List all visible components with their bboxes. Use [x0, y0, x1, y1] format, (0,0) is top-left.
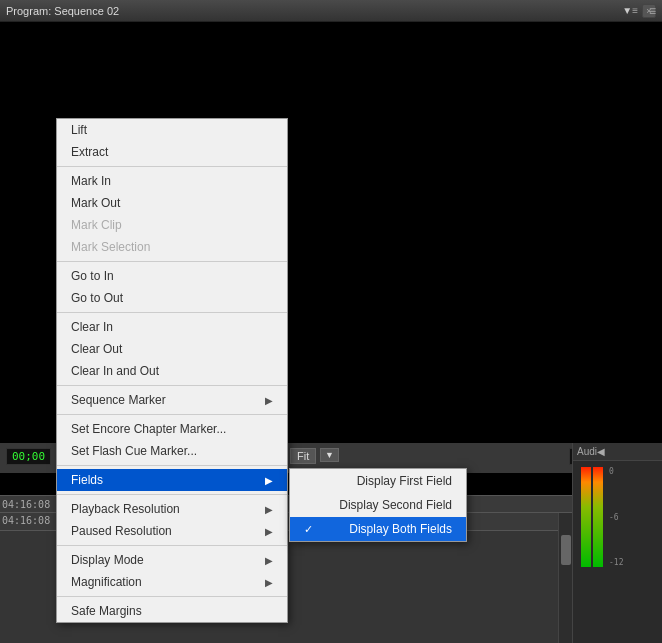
db-labels: 0 -6 -12 — [609, 467, 623, 567]
scrollbar-thumb[interactable] — [561, 535, 571, 565]
menu-item-lift[interactable]: Lift — [57, 119, 287, 141]
submenu-item-first-field[interactable]: ✓ Display First Field — [290, 469, 466, 493]
audio-meter-container: 0 -6 -12 — [573, 461, 662, 573]
arrow-icon-paused-res: ▶ — [265, 526, 273, 537]
menu-item-mark-in[interactable]: Mark In — [57, 170, 287, 192]
audio-meter-bar-2 — [593, 467, 603, 567]
submenu-item-second-field[interactable]: ✓ Display Second Field — [290, 493, 466, 517]
arrow-icon-display-mode: ▶ — [265, 555, 273, 566]
separator-2 — [57, 261, 287, 262]
menu-item-clear-in-and-out[interactable]: Clear In and Out — [57, 360, 287, 382]
menu-item-goto-out[interactable]: Go to Out — [57, 287, 287, 309]
separator-6 — [57, 465, 287, 466]
separator-8 — [57, 545, 287, 546]
separator-3 — [57, 312, 287, 313]
fields-submenu: ✓ Display First Field ✓ Display Second F… — [289, 468, 467, 542]
menu-item-clear-out[interactable]: Clear Out — [57, 338, 287, 360]
ruler-mark-1: 04:16:08 — [2, 499, 50, 510]
menu-item-mark-out[interactable]: Mark Out — [57, 192, 287, 214]
checkmark-both-fields: ✓ — [304, 523, 313, 536]
menu-item-goto-in[interactable]: Go to In — [57, 265, 287, 287]
menu-item-sequence-marker[interactable]: Sequence Marker ▶ — [57, 389, 287, 411]
audio-label: Audi◀ — [573, 443, 662, 461]
time-display-left: 00;00 — [6, 448, 51, 465]
separator-7 — [57, 494, 287, 495]
audio-panel: Audi◀ 0 -6 -12 — [572, 443, 662, 643]
menu-item-clear-in[interactable]: Clear In — [57, 316, 287, 338]
separator-5 — [57, 414, 287, 415]
arrow-icon-sequence-marker: ▶ — [265, 395, 273, 406]
menu-item-set-flash[interactable]: Set Flash Cue Marker... — [57, 440, 287, 462]
panel-menu-icon[interactable]: ≡ — [649, 4, 656, 18]
menu-item-magnification[interactable]: Magnification ▶ — [57, 571, 287, 593]
arrow-icon-fields: ▶ — [265, 475, 273, 486]
menu-item-set-encore[interactable]: Set Encore Chapter Marker... — [57, 418, 287, 440]
title-bar-menu-icon[interactable]: ≡ — [632, 5, 638, 16]
ruler2-mark-1: 04:16:08 — [2, 515, 50, 526]
separator-4 — [57, 385, 287, 386]
arrow-icon-playback-res: ▶ — [265, 504, 273, 515]
submenu-item-both-fields[interactable]: ✓ Display Both Fields — [290, 517, 466, 541]
title-bar-text: Program: Sequence 02 — [6, 5, 618, 17]
menu-item-extract[interactable]: Extract — [57, 141, 287, 163]
title-bar-dropdown-icon[interactable]: ▼ — [622, 5, 632, 16]
db-label-12: -12 — [609, 558, 623, 567]
dropdown-arrow-icon[interactable]: ▼ — [320, 448, 339, 462]
menu-item-fields[interactable]: Fields ▶ ✓ Display First Field ✓ Display… — [57, 469, 287, 491]
menu-item-playback-res[interactable]: Playback Resolution ▶ — [57, 498, 287, 520]
db-label-0: 0 — [609, 467, 623, 476]
db-label-6: -6 — [609, 513, 623, 522]
vertical-scrollbar[interactable] — [558, 513, 572, 643]
menu-item-safe-margins[interactable]: Safe Margins — [57, 600, 287, 622]
title-bar: Program: Sequence 02 ▼ ≡ × — [0, 0, 662, 22]
menu-item-display-mode[interactable]: Display Mode ▶ — [57, 549, 287, 571]
separator-1 — [57, 166, 287, 167]
separator-9 — [57, 596, 287, 597]
arrow-icon-magnification: ▶ — [265, 577, 273, 588]
audio-meter-bar-1 — [581, 467, 591, 567]
menu-item-mark-selection[interactable]: Mark Selection — [57, 236, 287, 258]
menu-item-mark-clip[interactable]: Mark Clip — [57, 214, 287, 236]
menu-item-paused-res[interactable]: Paused Resolution ▶ — [57, 520, 287, 542]
fit-label[interactable]: Fit — [290, 448, 316, 464]
context-menu: Lift Extract Mark In Mark Out Mark Clip … — [56, 118, 288, 623]
